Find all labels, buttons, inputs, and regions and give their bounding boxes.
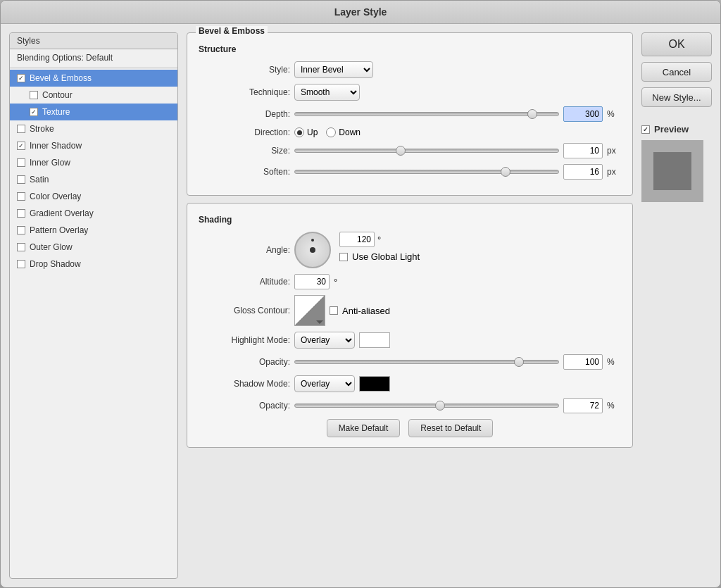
shadow-opacity-control: % xyxy=(294,398,621,413)
texture-checkbox[interactable] xyxy=(30,108,38,116)
sidebar-item-outer-glow[interactable]: Outer Glow xyxy=(10,239,177,256)
angle-unit: ° xyxy=(377,234,381,245)
size-slider-thumb[interactable] xyxy=(396,146,406,156)
direction-down-label: Down xyxy=(339,127,360,137)
highlight-color-swatch[interactable] xyxy=(359,332,390,348)
direction-down-radio[interactable] xyxy=(326,127,336,137)
depth-label: Depth: xyxy=(199,109,290,119)
gloss-contour-preview[interactable] xyxy=(294,295,325,326)
direction-up-label: Up xyxy=(307,127,318,137)
sidebar-item-drop-shadow[interactable]: Drop Shadow xyxy=(10,256,177,273)
sidebar-item-gradient-overlay[interactable]: Gradient Overlay xyxy=(10,205,177,222)
blending-options-item[interactable]: Blending Options: Default xyxy=(10,49,177,66)
bevel-emboss-checkbox[interactable] xyxy=(17,74,25,82)
drop-shadow-checkbox[interactable] xyxy=(17,260,25,268)
angle-input[interactable] xyxy=(339,232,375,247)
gloss-contour-row: Gloss Contour: Anti-aliased xyxy=(199,295,621,326)
depth-input[interactable] xyxy=(563,106,603,122)
sidebar-item-pattern-overlay[interactable]: Pattern Overlay xyxy=(10,222,177,239)
anti-aliased-checkbox[interactable] xyxy=(330,306,338,315)
angle-label: Angle: xyxy=(199,245,290,255)
gradient-overlay-label: Gradient Overlay xyxy=(30,208,94,218)
soften-slider-thumb[interactable] xyxy=(501,167,510,177)
bevel-emboss-section: Bevel & Emboss Structure Style: Inner Be… xyxy=(187,32,633,196)
size-row: Size: px xyxy=(199,143,621,158)
inner-glow-checkbox[interactable] xyxy=(17,158,25,167)
drop-shadow-label: Drop Shadow xyxy=(30,259,81,269)
shadow-opacity-thumb[interactable] xyxy=(435,401,445,411)
shadow-color-swatch[interactable] xyxy=(359,376,390,392)
sidebar-item-satin[interactable]: Satin xyxy=(10,171,177,188)
gradient-overlay-checkbox[interactable] xyxy=(17,209,25,218)
outer-glow-checkbox[interactable] xyxy=(17,243,25,251)
right-panel: OK Cancel New Style... Preview xyxy=(641,32,712,579)
pattern-overlay-checkbox[interactable] xyxy=(17,226,25,234)
angle-dial[interactable] xyxy=(294,232,331,268)
stroke-checkbox[interactable] xyxy=(17,125,25,133)
make-default-button[interactable]: Make Default xyxy=(327,419,401,437)
inner-shadow-label: Inner Shadow xyxy=(30,141,82,151)
sidebar-item-inner-glow[interactable]: Inner Glow xyxy=(10,154,177,171)
style-label: Style: xyxy=(199,65,290,75)
anti-aliased-label: Anti-aliased xyxy=(342,306,390,316)
preview-label-text: Preview xyxy=(654,124,689,135)
sidebar-item-inner-shadow[interactable]: Inner Shadow xyxy=(10,137,177,154)
outer-glow-label: Outer Glow xyxy=(30,242,73,252)
dialog-title: Layer Style xyxy=(1,1,720,24)
depth-slider-thumb[interactable] xyxy=(527,109,537,119)
satin-label: Satin xyxy=(30,175,49,184)
sidebar-item-contour[interactable]: Contour xyxy=(10,87,177,104)
angle-area: ° Use Global Light xyxy=(294,232,420,268)
cancel-button[interactable]: Cancel xyxy=(641,62,712,82)
gloss-contour-label: Gloss Contour: xyxy=(199,306,290,315)
depth-unit: % xyxy=(607,109,621,119)
soften-unit: px xyxy=(607,167,621,177)
direction-up-radio[interactable] xyxy=(294,127,304,137)
blending-options-label: Blending Options: Default xyxy=(17,53,113,63)
use-global-light-checkbox[interactable] xyxy=(339,253,348,261)
shadow-opacity-input[interactable] xyxy=(563,398,603,413)
direction-down-item[interactable]: Down xyxy=(326,127,360,137)
shadow-opacity-slider[interactable] xyxy=(294,404,559,408)
highlight-mode-select[interactable]: Normal Dissolve Multiply Screen Overlay … xyxy=(294,332,355,349)
highlight-opacity-slider[interactable] xyxy=(294,360,559,364)
highlight-opacity-input[interactable] xyxy=(563,354,603,370)
shadow-mode-select[interactable]: Normal Dissolve Multiply Screen Overlay … xyxy=(294,375,355,392)
technique-select[interactable]: Smooth Chisel Hard Chisel Soft xyxy=(294,84,360,101)
soften-row: Soften: px xyxy=(199,164,621,180)
style-select[interactable]: Inner Bevel Outer Bevel Emboss Pillow Em… xyxy=(294,61,373,78)
depth-slider[interactable] xyxy=(294,112,559,116)
color-overlay-checkbox[interactable] xyxy=(17,192,25,201)
satin-checkbox[interactable] xyxy=(17,175,25,184)
angle-dot xyxy=(310,247,315,253)
soften-input[interactable] xyxy=(563,164,603,180)
preview-label-area: Preview xyxy=(641,124,712,135)
highlight-opacity-row: Opacity: % xyxy=(199,354,621,370)
size-slider[interactable] xyxy=(294,149,559,153)
shadow-mode-label: Shadow Mode: xyxy=(199,379,290,389)
technique-control: Smooth Chisel Hard Chisel Soft xyxy=(294,84,621,101)
ok-button[interactable]: OK xyxy=(641,32,712,56)
soften-slider[interactable] xyxy=(294,170,559,174)
angle-indicator xyxy=(311,239,314,242)
soften-control: px xyxy=(294,164,621,180)
highlight-opacity-thumb[interactable] xyxy=(514,357,524,367)
preview-checkbox[interactable] xyxy=(641,125,650,134)
sidebar-item-bevel-emboss[interactable]: Bevel & Emboss xyxy=(10,70,177,87)
sidebar-item-stroke[interactable]: Stroke xyxy=(10,120,177,137)
highlight-opacity-label: Opacity: xyxy=(199,357,290,367)
depth-row: Depth: % xyxy=(199,106,621,122)
inner-glow-label: Inner Glow xyxy=(30,158,70,168)
inner-shadow-checkbox[interactable] xyxy=(17,142,25,150)
reset-to-default-button[interactable]: Reset to Default xyxy=(408,419,493,437)
use-global-light-label: Use Global Light xyxy=(352,251,420,262)
direction-up-item[interactable]: Up xyxy=(294,127,318,137)
contour-checkbox[interactable] xyxy=(30,91,38,99)
size-unit: px xyxy=(607,146,621,156)
size-input[interactable] xyxy=(563,143,603,158)
altitude-input[interactable] xyxy=(294,274,330,289)
new-style-button[interactable]: New Style... xyxy=(641,87,712,107)
sidebar-item-texture[interactable]: Texture xyxy=(10,104,177,120)
sidebar-item-color-overlay[interactable]: Color Overlay xyxy=(10,188,177,205)
altitude-row: Altitude: ° xyxy=(199,274,621,289)
